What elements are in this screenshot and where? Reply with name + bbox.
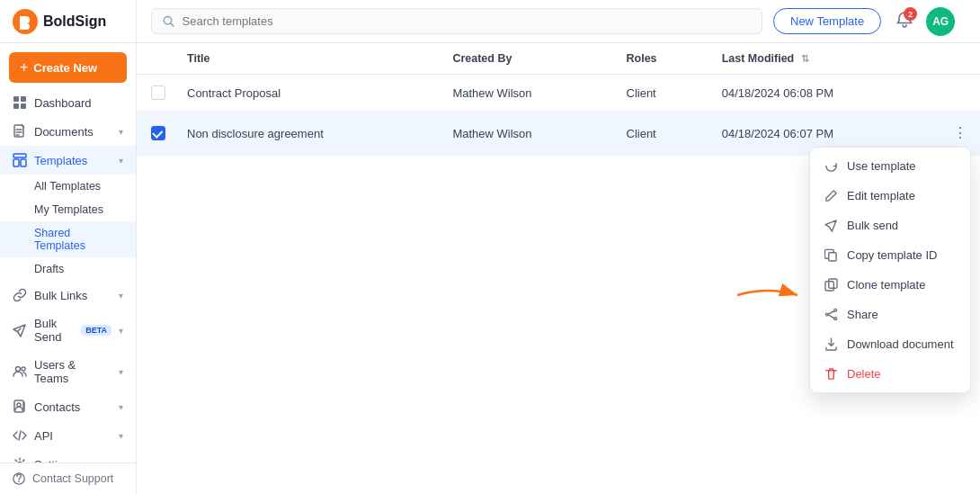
search-box[interactable] bbox=[151, 8, 762, 34]
bulk-links-chevron: ▾ bbox=[119, 291, 123, 301]
templates-table: Title Created By Roles Last Modified ⇅ bbox=[137, 43, 980, 156]
new-template-button[interactable]: New Template bbox=[773, 8, 881, 34]
sidebar-item-api[interactable]: API ▾ bbox=[0, 421, 136, 450]
last-modified-column-header[interactable]: Last Modified ⇅ bbox=[708, 43, 933, 75]
sidebar-item-shared-templates[interactable]: Shared Templates bbox=[0, 221, 136, 257]
menu-item-delete[interactable]: Delete bbox=[810, 359, 970, 389]
api-chevron: ▾ bbox=[119, 431, 123, 441]
edit-template-label: Edit template bbox=[847, 189, 915, 202]
row2-checkbox[interactable] bbox=[151, 126, 165, 140]
row1-last-modified: 04/18/2024 06:08 PM bbox=[708, 75, 933, 112]
menu-item-share[interactable]: Share bbox=[810, 300, 970, 329]
row2-checkbox-cell[interactable] bbox=[137, 112, 173, 156]
templates-label: Templates bbox=[34, 154, 87, 167]
bulk-send-menu-icon bbox=[824, 219, 838, 232]
sidebar: BoldSign + Create New Dashboard Document… bbox=[0, 0, 137, 494]
sidebar-item-my-templates[interactable]: My Templates bbox=[0, 198, 136, 221]
avatar[interactable]: AG bbox=[926, 7, 955, 36]
row1-checkbox[interactable] bbox=[151, 85, 165, 100]
templates-chevron: ▾ bbox=[119, 156, 123, 166]
sort-icon: ⇅ bbox=[801, 53, 809, 64]
create-new-button[interactable]: + Create New bbox=[9, 52, 127, 83]
beta-badge: BETA bbox=[81, 325, 111, 336]
sidebar-item-contacts[interactable]: Contacts ▾ bbox=[0, 392, 136, 421]
menu-item-clone[interactable]: Clone template bbox=[810, 270, 970, 300]
svg-rect-16 bbox=[829, 253, 836, 261]
users-teams-chevron: ▾ bbox=[119, 367, 123, 377]
my-templates-label: My Templates bbox=[34, 203, 103, 216]
sidebar-item-settings[interactable]: Settings ▾ bbox=[0, 450, 136, 463]
dashboard-icon bbox=[13, 95, 27, 110]
download-icon bbox=[824, 337, 838, 351]
svg-point-9 bbox=[16, 367, 21, 372]
notifications-button[interactable]: 2 bbox=[892, 7, 917, 35]
sidebar-nav: Dashboard Documents ▾ Templates ▾ All Te… bbox=[0, 88, 136, 463]
copy-id-icon bbox=[824, 248, 838, 262]
row1-checkbox-cell[interactable] bbox=[137, 75, 173, 112]
search-icon bbox=[163, 15, 175, 28]
delete-label: Delete bbox=[847, 367, 881, 381]
drafts-label: Drafts bbox=[34, 263, 64, 275]
sidebar-item-templates[interactable]: Templates ▾ bbox=[0, 146, 136, 175]
created-by-column-header: Created By bbox=[438, 43, 611, 75]
sidebar-item-bulk-links[interactable]: Bulk Links ▾ bbox=[0, 281, 136, 310]
download-label: Download document bbox=[847, 337, 954, 351]
templates-icon bbox=[13, 153, 27, 167]
link-icon bbox=[13, 288, 27, 302]
use-template-label: Use template bbox=[847, 159, 916, 173]
context-menu: Use template Edit template Bulk send bbox=[809, 147, 971, 393]
contact-support-link[interactable]: Contact Support bbox=[0, 463, 136, 494]
actions-column-header bbox=[933, 43, 980, 75]
use-template-icon bbox=[824, 159, 838, 173]
notification-badge: 2 bbox=[904, 7, 917, 21]
users-icon bbox=[13, 364, 27, 379]
shared-templates-label: Shared Templates bbox=[34, 227, 123, 252]
sidebar-item-dashboard[interactable]: Dashboard bbox=[0, 88, 136, 117]
svg-rect-6 bbox=[13, 154, 26, 157]
svg-rect-1 bbox=[13, 96, 19, 102]
main-content: New Template 2 AG Title Cr bbox=[137, 0, 980, 494]
menu-item-copy-id[interactable]: Copy template ID bbox=[810, 240, 970, 270]
logo-icon bbox=[13, 9, 38, 34]
dashboard-label: Dashboard bbox=[34, 96, 92, 110]
documents-chevron: ▾ bbox=[119, 127, 123, 137]
row1-title: Contract Proposal bbox=[173, 75, 438, 112]
logo: BoldSign bbox=[0, 0, 136, 43]
clone-label: Clone template bbox=[847, 278, 925, 292]
contacts-icon bbox=[13, 400, 27, 414]
row2-created-by: Mathew Wilson bbox=[438, 112, 611, 156]
row1-created-by: Mathew Wilson bbox=[438, 75, 611, 112]
menu-item-bulk-send[interactable]: Bulk send bbox=[810, 211, 970, 240]
settings-chevron: ▾ bbox=[119, 460, 123, 463]
share-arrow-indicator bbox=[733, 282, 805, 311]
sidebar-item-all-templates[interactable]: All Templates bbox=[0, 175, 136, 198]
row2-roles: Client bbox=[612, 112, 708, 156]
menu-item-edit-template[interactable]: Edit template bbox=[810, 181, 970, 211]
select-all-header bbox=[137, 43, 173, 75]
share-icon bbox=[824, 308, 838, 321]
sidebar-item-documents[interactable]: Documents ▾ bbox=[0, 117, 136, 146]
support-icon bbox=[13, 472, 25, 485]
api-icon bbox=[13, 428, 27, 443]
sidebar-item-users-teams[interactable]: Users & Teams ▾ bbox=[0, 351, 136, 392]
svg-rect-4 bbox=[21, 103, 26, 109]
menu-item-download[interactable]: Download document bbox=[810, 329, 970, 359]
row1-roles: Client bbox=[612, 75, 708, 112]
bulk-send-label: Bulk Send bbox=[34, 317, 70, 344]
sidebar-item-bulk-send[interactable]: Bulk Send BETA ▾ bbox=[0, 310, 136, 351]
bulk-links-label: Bulk Links bbox=[34, 289, 87, 302]
row2-title: Non disclosure agreement bbox=[173, 112, 438, 156]
share-label: Share bbox=[847, 308, 878, 321]
menu-item-use-template[interactable]: Use template bbox=[810, 151, 970, 181]
sidebar-item-drafts[interactable]: Drafts bbox=[0, 257, 136, 281]
row2-actions-button[interactable]: ⋮ bbox=[948, 122, 973, 144]
topbar: New Template 2 AG bbox=[137, 0, 980, 43]
users-teams-label: Users & Teams bbox=[34, 358, 111, 385]
all-templates-label: All Templates bbox=[34, 180, 101, 193]
delete-icon bbox=[824, 367, 838, 381]
search-input[interactable] bbox=[183, 14, 751, 28]
create-new-label: Create New bbox=[33, 61, 97, 75]
table-container: Title Created By Roles Last Modified ⇅ bbox=[137, 43, 980, 494]
document-icon bbox=[13, 124, 27, 139]
bulk-send-chevron: ▾ bbox=[119, 326, 123, 336]
